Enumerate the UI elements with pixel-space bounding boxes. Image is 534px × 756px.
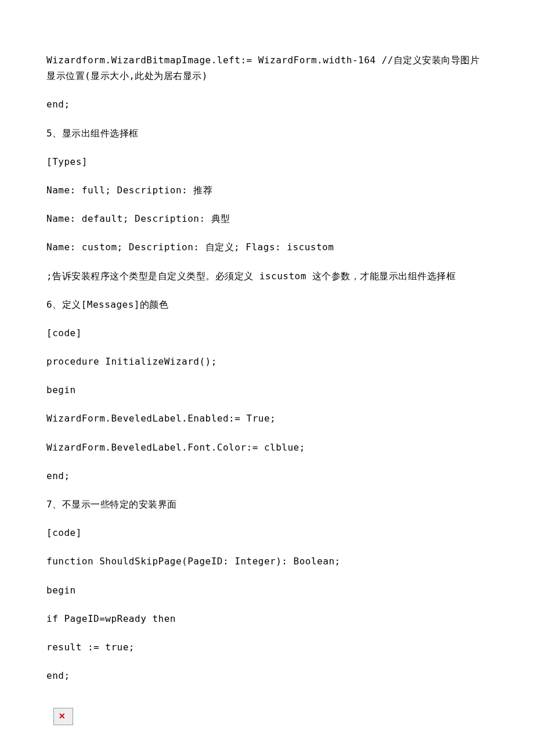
code-line: result := true; (46, 639, 488, 655)
code-line: begin (46, 582, 488, 598)
broken-image-icon: ✕ (53, 708, 73, 725)
code-line: end; (46, 668, 488, 683)
code-line: Name: full; Description: 推荐 (46, 182, 488, 198)
section-heading: 5、显示出组件选择框 (46, 125, 488, 141)
code-line: if PageID=wpReady then (46, 611, 488, 627)
code-line: end; (46, 96, 488, 112)
code-line: [code] (46, 525, 488, 541)
code-line: begin (46, 382, 488, 398)
code-line: [code] (46, 325, 488, 341)
comment-line: ;告诉安装程序这个类型是自定义类型。必须定义 iscustom 这个参数，才能显… (46, 268, 488, 284)
code-line: [Types] (46, 154, 488, 170)
code-line: procedure InitializeWizard(); (46, 354, 488, 369)
section-heading: 6、定义[Messages]的颜色 (46, 297, 488, 312)
code-line: Name: custom; Description: 自定义; Flags: i… (46, 239, 488, 255)
broken-image-symbol: ✕ (59, 712, 67, 720)
section-heading: 7、不显示一些特定的安装界面 (46, 496, 488, 512)
code-line: WizardForm.BeveledLabel.Enabled:= True; (46, 411, 488, 426)
code-line: function ShouldSkipPage(PageID: Integer)… (46, 553, 488, 569)
code-line: WizardForm.BeveledLabel.Font.Color:= clb… (46, 440, 488, 455)
document-page: Wizardform.WizardBitmapImage.left:= Wiza… (0, 0, 534, 756)
code-line: Name: default; Description: 典型 (46, 211, 488, 226)
code-line: end; (46, 468, 488, 484)
code-line: Wizardform.WizardBitmapImage.left:= Wiza… (46, 52, 488, 84)
